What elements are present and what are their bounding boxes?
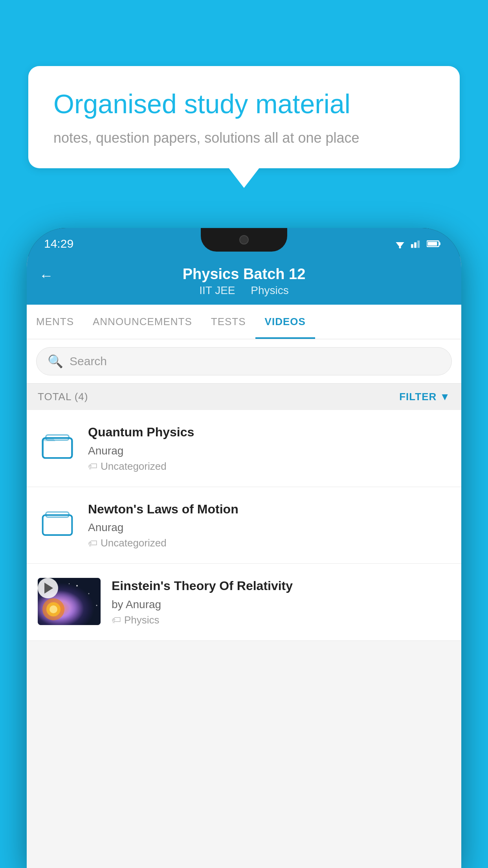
header-subtitle-part2: Physics — [251, 284, 288, 296]
video-list: Quantum Physics Anurag 🏷 Uncategorized — [27, 410, 461, 641]
filter-button[interactable]: FILTER ▼ — [399, 391, 450, 403]
phone-notch — [201, 228, 287, 252]
tag-text: Uncategorized — [101, 460, 167, 473]
search-container: 🔍 Search — [27, 339, 461, 384]
video-tag: 🏷 Uncategorized — [88, 460, 450, 473]
tab-ments[interactable]: MENTS — [27, 305, 83, 339]
phone-content: ← Physics Batch 12 IIT JEE Physics MENTS… — [27, 256, 461, 868]
signal-icon — [411, 239, 422, 248]
tag-icon: 🏷 — [112, 614, 121, 625]
svg-point-17 — [50, 605, 57, 613]
video-tag: 🏷 Physics — [112, 614, 450, 626]
svg-point-19 — [88, 593, 90, 594]
header-title: Physics Batch 12 — [183, 266, 306, 283]
video-author: by Anurag — [112, 598, 450, 611]
play-arrow-icon — [44, 583, 53, 594]
back-button[interactable]: ← — [39, 267, 53, 284]
search-bar[interactable]: 🔍 Search — [36, 347, 452, 375]
header-subtitle: IIT JEE Physics — [196, 284, 292, 297]
app-header: ← Physics Batch 12 IIT JEE Physics — [27, 256, 461, 305]
video-title: Einstein's Theory Of Relativity — [112, 578, 450, 594]
filter-bar: TOTAL (4) FILTER ▼ — [27, 384, 461, 410]
speech-bubble-title: Organised study material — [53, 88, 435, 120]
video-info: Einstein's Theory Of Relativity by Anura… — [112, 578, 450, 626]
video-author: Anurag — [88, 521, 450, 534]
filter-label: FILTER — [399, 391, 437, 403]
play-button[interactable] — [38, 578, 58, 598]
video-tag: 🏷 Uncategorized — [88, 537, 450, 549]
svg-rect-5 — [417, 241, 420, 248]
header-subtitle-part1: IIT JEE — [199, 284, 235, 296]
tab-videos[interactable]: VIDEOS — [255, 305, 315, 339]
svg-point-21 — [96, 605, 97, 606]
svg-rect-12 — [43, 515, 72, 535]
video-info: Quantum Physics Anurag 🏷 Uncategorized — [88, 424, 450, 473]
video-title: Newton's Laws of Motion — [88, 501, 450, 518]
svg-point-18 — [76, 585, 78, 587]
tag-icon: 🏷 — [88, 461, 97, 472]
phone-frame: 14:29 ← Physi — [27, 228, 461, 868]
video-thumbnail — [38, 578, 101, 625]
search-placeholder: Search — [70, 355, 107, 368]
tag-text: Uncategorized — [101, 537, 167, 549]
search-icon: 🔍 — [48, 354, 63, 369]
video-info: Newton's Laws of Motion Anurag 🏷 Uncateg… — [88, 501, 450, 550]
thumbnail-bg — [38, 578, 101, 625]
camera-dot — [239, 235, 249, 245]
tab-bar: MENTS ANNOUNCEMENTS TESTS VIDEOS — [27, 305, 461, 339]
tag-text: Physics — [124, 614, 160, 626]
status-icons — [394, 239, 441, 248]
list-item[interactable]: Newton's Laws of Motion Anurag 🏷 Uncateg… — [27, 487, 461, 564]
list-item[interactable]: Einstein's Theory Of Relativity by Anura… — [27, 564, 461, 641]
svg-rect-3 — [411, 244, 413, 248]
svg-point-20 — [69, 583, 70, 584]
tag-icon: 🏷 — [88, 538, 97, 549]
battery-icon — [427, 239, 441, 248]
svg-rect-4 — [414, 243, 416, 248]
tab-announcements[interactable]: ANNOUNCEMENTS — [83, 305, 202, 339]
folder-icon — [38, 426, 77, 465]
folder-icon — [38, 503, 77, 542]
list-item[interactable]: Quantum Physics Anurag 🏷 Uncategorized — [27, 410, 461, 487]
tab-tests[interactable]: TESTS — [202, 305, 255, 339]
status-time: 14:29 — [44, 237, 73, 250]
video-author: Anurag — [88, 445, 450, 457]
speech-bubble: Organised study material notes, question… — [28, 66, 460, 168]
video-title: Quantum Physics — [88, 424, 450, 441]
svg-rect-8 — [427, 242, 437, 246]
svg-rect-7 — [439, 242, 440, 245]
svg-point-2 — [399, 246, 401, 248]
speech-bubble-subtitle: notes, question papers, solutions all at… — [53, 130, 435, 146]
wifi-icon — [394, 239, 406, 248]
total-count: TOTAL (4) — [38, 391, 88, 403]
filter-icon: ▼ — [440, 391, 450, 403]
